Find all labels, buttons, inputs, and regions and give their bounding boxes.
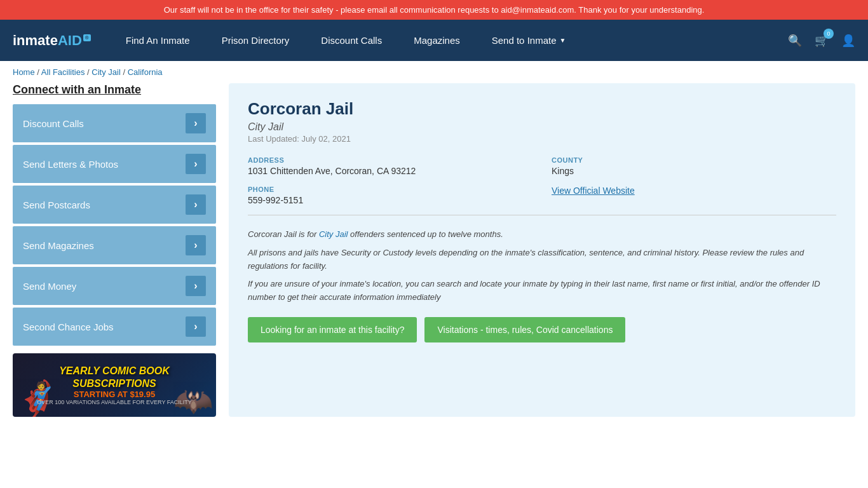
ad-subtitle: STARTING AT $19.95	[37, 390, 192, 399]
sidebar-label-second-chance-jobs: Second Chance Jobs	[23, 322, 114, 332]
sidebar-label-send-letters: Send Letters & Photos	[23, 159, 118, 170]
chevron-right-icon: ›	[186, 276, 206, 296]
sidebar-btn-send-money[interactable]: Send Money ›	[13, 267, 216, 305]
address-value: 1031 Chittenden Ave, Corcoran, CA 93212	[248, 166, 532, 176]
nav-icons: 🔍 🛒 0 👤	[788, 34, 855, 48]
sidebar-label-send-magazines: Send Magazines	[23, 240, 94, 251]
facility-type: City Jail	[248, 121, 836, 133]
breadcrumb-city-jail[interactable]: City Jail	[92, 67, 121, 77]
county-label: COUNTY	[552, 156, 836, 164]
facility-updated: Last Updated: July 02, 2021	[248, 134, 836, 144]
facility-desc-3: If you are unsure of your inmate's locat…	[248, 278, 836, 304]
address-block: ADDRESS 1031 Chittenden Ave, Corcoran, C…	[248, 156, 532, 176]
breadcrumb-california[interactable]: California	[128, 67, 163, 77]
sidebar: Connect with an Inmate Discount Calls › …	[13, 83, 216, 417]
nav-discount-calls[interactable]: Discount Calls	[305, 20, 398, 61]
sidebar-btn-send-letters[interactable]: Send Letters & Photos ›	[13, 145, 216, 183]
nav-magazines[interactable]: Magazines	[398, 20, 476, 61]
chevron-right-icon: ›	[186, 194, 206, 215]
facility-panel: Corcoran Jail City Jail Last Updated: Ju…	[229, 83, 855, 417]
breadcrumb-all-facilities[interactable]: All Facilities	[41, 67, 85, 77]
phone-label: PHONE	[248, 186, 532, 193]
sidebar-label-send-postcards: Send Postcards	[23, 200, 90, 210]
logo-text: inmateAID®	[13, 32, 91, 49]
chevron-right-icon: ›	[186, 316, 206, 337]
facility-name: Corcoran Jail	[248, 99, 836, 119]
logo-inmate: inmate	[13, 32, 58, 48]
nav-send-label: Send to Inmate	[492, 35, 557, 46]
logo-aid: AID	[58, 32, 82, 48]
website-block: View Official Website	[552, 186, 836, 205]
county-block: COUNTY Kings	[552, 156, 836, 176]
visitation-button[interactable]: Visitations - times, rules, Covid cancel…	[424, 317, 625, 342]
search-icon[interactable]: 🔍	[788, 34, 802, 48]
county-value: Kings	[552, 166, 836, 176]
sidebar-btn-second-chance-jobs[interactable]: Second Chance Jobs ›	[13, 308, 216, 346]
facility-type-highlight: City Jail	[319, 229, 348, 239]
sidebar-label-discount-calls: Discount Calls	[23, 118, 84, 129]
facility-desc-2: All prisons and jails have Security or C…	[248, 247, 836, 273]
sidebar-btn-discount-calls[interactable]: Discount Calls ›	[13, 104, 216, 142]
find-inmate-button[interactable]: Looking for an inmate at this facility?	[248, 317, 417, 342]
chevron-right-icon: ›	[186, 235, 206, 255]
breadcrumb-home[interactable]: Home	[13, 67, 35, 77]
breadcrumb: Home / All Facilities / City Jail / Cali…	[0, 61, 868, 83]
website-link[interactable]: View Official Website	[552, 186, 635, 196]
nav-send-to-inmate[interactable]: Send to Inmate ▼	[476, 20, 582, 61]
nav-prison-directory[interactable]: Prison Directory	[206, 20, 306, 61]
sidebar-label-send-money: Send Money	[23, 281, 76, 292]
main-content: Connect with an Inmate Discount Calls › …	[0, 83, 868, 436]
action-buttons: Looking for an inmate at this facility? …	[248, 317, 836, 342]
chevron-right-icon: ›	[186, 113, 206, 133]
cart-badge: 0	[824, 29, 834, 39]
nav-links: Find An Inmate Prison Directory Discount…	[110, 20, 788, 61]
chevron-right-icon: ›	[186, 154, 206, 174]
sidebar-btn-send-magazines[interactable]: Send Magazines ›	[13, 226, 216, 264]
cart-icon[interactable]: 🛒 0	[815, 34, 829, 48]
info-grid: ADDRESS 1031 Chittenden Ave, Corcoran, C…	[248, 156, 836, 215]
nav-find-inmate[interactable]: Find An Inmate	[110, 20, 206, 61]
facility-desc-1: Corcoran Jail is for City Jail offenders…	[248, 228, 836, 241]
ad-title: YEARLY COMIC BOOKSUBSCRIPTIONS	[37, 365, 192, 389]
chevron-down-icon: ▼	[559, 37, 566, 44]
ad-banner[interactable]: 🦸 YEARLY COMIC BOOKSUBSCRIPTIONS STARTIN…	[13, 353, 216, 417]
phone-value: 559-992-5151	[248, 195, 532, 205]
logo[interactable]: inmateAID®	[13, 32, 91, 49]
ad-note: OVER 100 VARIATIONS AVAILABLE FOR EVERY …	[37, 399, 192, 405]
navbar: inmateAID® Find An Inmate Prison Directo…	[0, 20, 868, 61]
alert-text: Our staff will not be in the office for …	[164, 5, 705, 15]
sidebar-btn-send-postcards[interactable]: Send Postcards ›	[13, 186, 216, 224]
alert-banner: Our staff will not be in the office for …	[0, 0, 868, 20]
user-icon[interactable]: 👤	[841, 34, 855, 48]
phone-block: PHONE 559-992-5151	[248, 186, 532, 205]
connect-title: Connect with an Inmate	[13, 83, 216, 97]
ad-text-area: YEARLY COMIC BOOKSUBSCRIPTIONS STARTING …	[37, 365, 192, 405]
address-label: ADDRESS	[248, 156, 532, 164]
